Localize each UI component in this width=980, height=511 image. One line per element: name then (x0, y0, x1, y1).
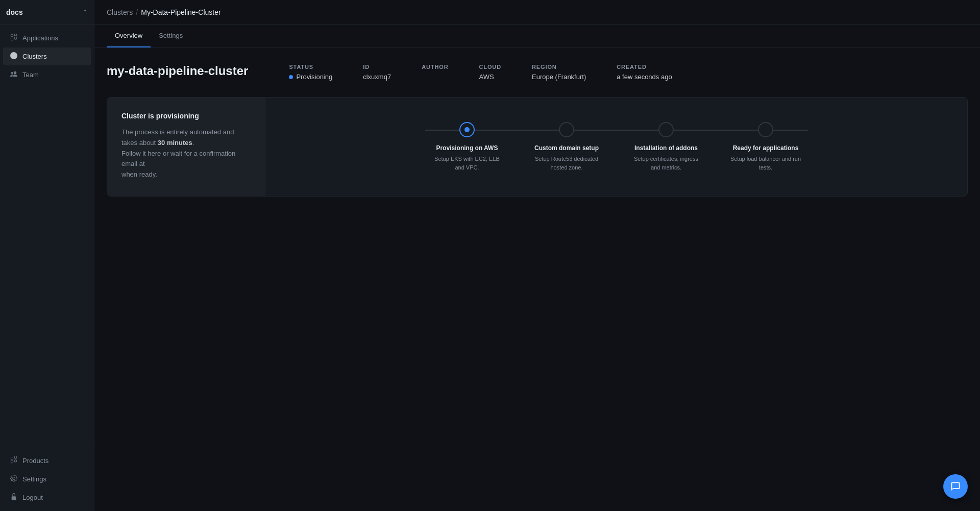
created-value: a few seconds ago (617, 73, 672, 81)
main-content: Clusters / My-Data-Pipeline-Cluster Over… (94, 0, 980, 511)
products-icon (10, 456, 17, 465)
workspace-selector[interactable]: docs ⌃ (0, 0, 94, 25)
chevron-icon: ⌃ (83, 9, 88, 16)
step-circle-1 (459, 122, 475, 137)
step-circle-3 (658, 122, 674, 137)
step-desc-3: Setup certificates, ingress and metrics. (630, 155, 702, 172)
provisioning-title: Cluster is provisioning (121, 112, 251, 120)
cluster-meta: STATUS Provisioning ID clxuxmq7 AUTHOR C… (289, 64, 672, 81)
clusters-icon (10, 52, 17, 61)
sidebar: docs ⌃ Applications Clusters (0, 0, 94, 511)
breadcrumb-clusters[interactable]: Clusters (107, 8, 133, 16)
content-area: my-data-pipeline-cluster STATUS Provisio… (94, 47, 980, 511)
created-label: CREATED (617, 64, 672, 70)
step-desc-4: Setup load balancer and run tests. (730, 155, 801, 172)
clusters-label: Clusters (22, 53, 47, 60)
provisioning-card: Cluster is provisioning The process is e… (107, 97, 968, 197)
team-label: Team (22, 71, 39, 79)
meta-created: CREATED a few seconds ago (617, 64, 672, 81)
step-addons: Installation of addons Setup certificate… (617, 122, 716, 172)
sidebar-item-applications[interactable]: Applications (3, 29, 91, 47)
status-value: Provisioning (296, 73, 332, 81)
step-label-4: Ready for applications (733, 144, 799, 152)
step-ready: Ready for applications Setup load balanc… (716, 122, 816, 172)
step-label-1: Provisioning on AWS (436, 144, 498, 152)
tab-overview[interactable]: Overview (107, 25, 151, 47)
meta-author: AUTHOR (422, 64, 448, 73)
author-label: AUTHOR (422, 64, 448, 70)
sidebar-item-clusters[interactable]: Clusters (3, 47, 91, 65)
status-badge: Provisioning (289, 73, 332, 81)
sidebar-item-logout[interactable]: Logout (3, 489, 91, 506)
region-label: REGION (532, 64, 586, 70)
team-icon (10, 70, 17, 79)
breadcrumb: Clusters / My-Data-Pipeline-Cluster (107, 8, 221, 16)
provisioning-info: Cluster is provisioning The process is e… (107, 98, 265, 196)
sidebar-item-team[interactable]: Team (3, 66, 91, 84)
region-value: Europe (Frankfurt) (532, 73, 586, 81)
logout-icon (10, 493, 17, 502)
meta-cloud: CLOUD AWS (479, 64, 502, 81)
step-label-2: Custom domain setup (534, 144, 599, 152)
workspace-name: docs (6, 8, 23, 16)
applications-label: Applications (22, 34, 58, 42)
id-value: clxuxmq7 (363, 73, 391, 81)
steps-track: Provisioning on AWS Setup EKS with EC2, … (418, 122, 816, 172)
sidebar-item-products[interactable]: Products (3, 452, 91, 470)
provisioning-description: The process is entirely automated and ta… (121, 127, 251, 180)
step-custom-domain: Custom domain setup Setup Route53 dedica… (517, 122, 617, 172)
sidebar-bottom: Products Settings Logout (0, 447, 94, 511)
tabs-bar: Overview Settings (94, 25, 980, 47)
sidebar-nav: Applications Clusters Team (0, 25, 94, 447)
status-dot (289, 75, 293, 79)
breadcrumb-separator: / (136, 8, 138, 16)
meta-id: ID clxuxmq7 (363, 64, 391, 81)
chat-button[interactable] (943, 474, 968, 499)
logout-label: Logout (22, 494, 43, 501)
meta-status: STATUS Provisioning (289, 64, 332, 81)
cluster-name: my-data-pipeline-cluster (107, 64, 248, 78)
tab-settings[interactable]: Settings (151, 25, 191, 47)
steps-container: Provisioning on AWS Setup EKS with EC2, … (265, 98, 967, 196)
meta-region: REGION Europe (Frankfurt) (532, 64, 586, 81)
step-label-3: Installation of addons (634, 144, 698, 152)
settings-icon (10, 475, 17, 483)
cloud-label: CLOUD (479, 64, 502, 70)
settings-label: Settings (22, 475, 46, 483)
status-label: STATUS (289, 64, 332, 70)
step-provisioning-aws: Provisioning on AWS Setup EKS with EC2, … (418, 122, 517, 172)
step-desc-2: Setup Route53 dedicated hosted zone. (531, 155, 602, 172)
step-circle-2 (559, 122, 574, 137)
cluster-header: my-data-pipeline-cluster STATUS Provisio… (107, 64, 968, 81)
sidebar-item-settings[interactable]: Settings (3, 470, 91, 488)
breadcrumb-current: My-Data-Pipeline-Cluster (141, 8, 220, 16)
step-circle-4 (758, 122, 773, 137)
cloud-value: AWS (479, 73, 502, 81)
topbar: Clusters / My-Data-Pipeline-Cluster (94, 0, 980, 25)
id-label: ID (363, 64, 391, 70)
applications-icon (10, 34, 17, 42)
products-label: Products (22, 457, 48, 465)
step-desc-1: Setup EKS with EC2, ELB and VPC. (431, 155, 503, 172)
